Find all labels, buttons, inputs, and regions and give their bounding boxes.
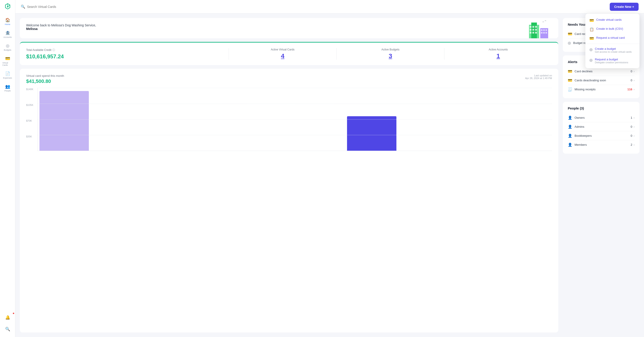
row-count: 0 bbox=[631, 79, 632, 82]
right-row[interactable]: 👤 Owners 1 › bbox=[568, 113, 634, 122]
row-label: Cards deactivating soon bbox=[574, 79, 606, 82]
chevron-icon: › bbox=[634, 88, 634, 91]
credit-info-icon[interactable]: ⓘ bbox=[52, 48, 55, 52]
dropdown-icon-create-bulk: 📋 bbox=[590, 27, 594, 31]
row-icon: 💳 bbox=[568, 32, 572, 36]
home-icon: 🏠 bbox=[5, 17, 10, 22]
search-input[interactable] bbox=[27, 5, 77, 8]
accounts-stat: Active Accounts 1 bbox=[444, 48, 552, 60]
row-icon: 👤 bbox=[568, 134, 572, 138]
sidebar-item-expenses[interactable]: 📄 Expenses bbox=[1, 69, 14, 81]
chart-area: $140K $105K $70K $35K bbox=[26, 88, 552, 151]
search-icon: 🔍 bbox=[5, 327, 10, 332]
row-count: 0 bbox=[631, 125, 632, 128]
svg-rect-18 bbox=[546, 32, 547, 33]
dropdown-item-create-virtual-cards[interactable]: 💳 Create virtual cards bbox=[585, 16, 640, 25]
create-new-button[interactable]: Create New + bbox=[610, 3, 638, 11]
row-label: Card declines bbox=[574, 70, 592, 73]
sidebar-item-budgets[interactable]: ◎ Budgets bbox=[1, 41, 14, 53]
building-illustration bbox=[527, 20, 549, 38]
row-count: 0 bbox=[631, 70, 632, 73]
chart-value: $41,500.80 bbox=[26, 78, 64, 84]
right-row[interactable]: 🧾 Missing receipts 116 › bbox=[568, 85, 634, 94]
row-count: 1 bbox=[631, 116, 632, 119]
sidebar-label-people: People bbox=[4, 90, 10, 92]
people-card: People (3) 👤 Owners 1 › 👤 Admins 0 › 👤 bbox=[563, 102, 640, 154]
row-left: 💳 Card declines bbox=[568, 69, 592, 73]
content-area: Welcome back to Melissa's Dog Washing Se… bbox=[15, 13, 644, 337]
budgets-value[interactable]: 3 bbox=[389, 52, 392, 60]
budgets-icon: ◎ bbox=[6, 43, 10, 48]
chevron-icon: › bbox=[634, 134, 634, 137]
dropdown-icon-request-virtual-card: 💳 bbox=[590, 36, 594, 40]
dropdown-label-create-budget: Create a budget bbox=[595, 47, 632, 50]
budgets-stat: Active Budgets 3 bbox=[337, 48, 444, 60]
main-area: 🔍 Create New + Welcome back to Melissa's… bbox=[15, 0, 644, 337]
dropdown-item-create-bulk[interactable]: 📋 Create in bulk (CSV) bbox=[585, 25, 640, 34]
sidebar-item-virtual-cards[interactable]: 💳 Virtual Cards bbox=[1, 54, 14, 68]
credit-label: Total Available Credit ⓘ bbox=[26, 48, 223, 52]
dropdown-label-request-budget: Request a budget bbox=[595, 58, 628, 61]
svg-rect-10 bbox=[532, 32, 534, 33]
svg-rect-6 bbox=[530, 29, 532, 31]
right-row[interactable]: 👤 Bookkeepers 0 › bbox=[568, 131, 634, 140]
accounts-label: Active Accounts bbox=[489, 48, 508, 51]
svg-rect-7 bbox=[532, 29, 534, 31]
row-left: 👤 Owners bbox=[568, 116, 585, 120]
row-right: 0 › bbox=[631, 79, 634, 82]
row-left: 🧾 Missing receipts bbox=[568, 87, 596, 91]
sidebar-item-people[interactable]: 👥 People bbox=[1, 82, 14, 94]
dropdown-item-request-virtual-card[interactable]: 💳 Request a virtual card bbox=[585, 34, 640, 43]
welcome-card: Welcome back to Melissa's Dog Washing Se… bbox=[20, 18, 558, 38]
sidebar-item-notifications[interactable]: 🔔 bbox=[1, 313, 14, 322]
sidebar-item-home[interactable]: 🏠 Home bbox=[1, 15, 14, 28]
row-label: Owners bbox=[574, 116, 585, 119]
dropdown-sub-create-budget: Get access to create virtual cards bbox=[595, 50, 632, 53]
accounts-value[interactable]: 1 bbox=[496, 52, 500, 60]
row-right: 2 › bbox=[631, 143, 634, 146]
dropdown-item-request-budget[interactable]: ◎ Request a budget Delegate creation per… bbox=[585, 55, 640, 66]
chevron-icon: › bbox=[634, 70, 634, 73]
right-row[interactable]: 👤 Admins 0 › bbox=[568, 122, 634, 131]
topbar: 🔍 Create New + bbox=[15, 0, 644, 13]
chevron-icon: › bbox=[634, 79, 634, 82]
dropdown-label-create-bulk: Create in bulk (CSV) bbox=[596, 27, 623, 30]
sidebar-item-accounts[interactable]: 🏦 Accounts bbox=[1, 28, 14, 40]
svg-rect-11 bbox=[535, 32, 537, 33]
app-logo[interactable] bbox=[4, 3, 12, 11]
right-row[interactable]: 💳 Card declines 0 › bbox=[568, 67, 634, 76]
svg-rect-17 bbox=[543, 32, 545, 33]
right-row[interactable]: 💳 Cards deactivating soon 0 › bbox=[568, 76, 634, 85]
svg-rect-4 bbox=[532, 26, 534, 28]
svg-rect-5 bbox=[535, 26, 537, 28]
credit-stat: Total Available Credit ⓘ $10,616,957.24 bbox=[26, 48, 229, 60]
chart-bar bbox=[347, 116, 396, 151]
budgets-label: Active Budgets bbox=[381, 48, 399, 51]
sidebar: 🏠 Home 🏦 Accounts ◎ Budgets 💳 Virtual Ca… bbox=[0, 0, 15, 337]
left-panel: Welcome back to Melissa's Dog Washing Se… bbox=[20, 18, 558, 333]
row-label: Members bbox=[574, 143, 587, 146]
dropdown-label-create-virtual-cards: Create virtual cards bbox=[596, 18, 622, 21]
welcome-greeting: Welcome back to Melissa's Dog Washing Se… bbox=[26, 23, 552, 27]
row-label: Bookkeepers bbox=[574, 134, 592, 137]
dropdown-icon-create-virtual-cards: 💳 bbox=[590, 18, 594, 22]
svg-rect-9 bbox=[530, 32, 532, 33]
right-row[interactable]: 👤 Members 2 › bbox=[568, 140, 634, 149]
dropdown-icon-request-budget: ◎ bbox=[590, 58, 592, 62]
welcome-name: Melissa bbox=[26, 27, 552, 31]
stats-card: Total Available Credit ⓘ $10,616,957.24 … bbox=[20, 42, 558, 65]
virtual-cards-label: Active Virtual Cards bbox=[271, 48, 294, 51]
chevron-icon: › bbox=[634, 125, 634, 128]
row-icon: 💳 bbox=[568, 78, 572, 82]
virtual-cards-value[interactable]: 4 bbox=[281, 52, 284, 60]
credit-value: $10,616,957.24 bbox=[26, 53, 223, 60]
chart-bar bbox=[40, 91, 89, 151]
sidebar-item-search[interactable]: 🔍 bbox=[1, 325, 14, 334]
row-icon: 👤 bbox=[568, 116, 572, 120]
svg-rect-8 bbox=[535, 29, 537, 31]
sidebar-label-accounts: Accounts bbox=[4, 36, 12, 38]
row-icon: 🧾 bbox=[568, 87, 572, 91]
dropdown-item-create-budget[interactable]: ◎ Create a budget Get access to create v… bbox=[585, 45, 640, 55]
chevron-icon: › bbox=[634, 143, 634, 146]
virtual-cards-stat: Active Virtual Cards 4 bbox=[229, 48, 337, 60]
